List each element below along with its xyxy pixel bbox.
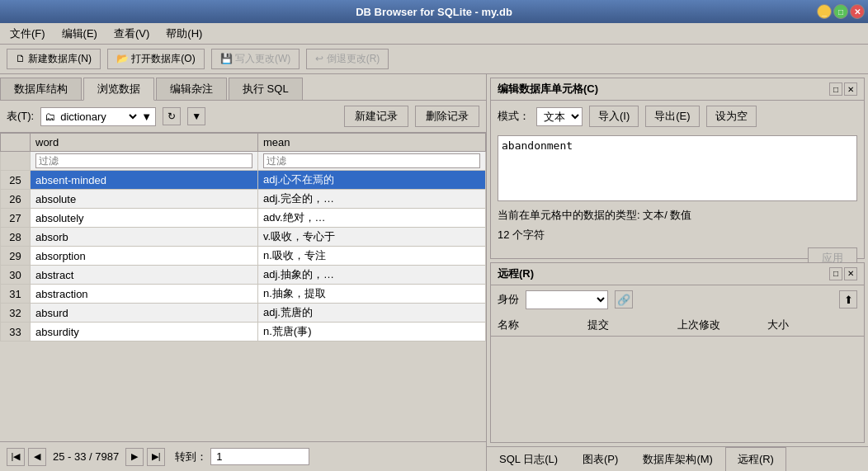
edit-cell-header: 编辑数据库单元格(C) □ ✕ [491, 78, 864, 101]
filter-word-input[interactable] [35, 153, 252, 168]
new-db-button[interactable]: 🗋 新建数据库(N) [7, 49, 101, 69]
filter-mean-input[interactable] [263, 153, 480, 168]
bottom-tab-chart[interactable]: 图表(P) [570, 447, 630, 471]
title-bar: DB Browser for SQLite - my.db _ □ ✕ [0, 0, 868, 23]
remote-table-header: 名称 提交 上次修改 大小 [491, 314, 864, 337]
edit-cell-title: 编辑数据库单元格(C) [498, 82, 598, 97]
delete-record-button[interactable]: 删除记录 [415, 106, 479, 127]
row-num: 31 [1, 285, 31, 304]
remote-col-name: 名称 [498, 318, 587, 332]
row-word: absurdity [31, 323, 258, 341]
row-mean: adj.心不在焉的 [258, 171, 486, 190]
write-changes-button[interactable]: 💾 写入更改(W) [211, 49, 300, 69]
table-row[interactable]: 25absent-mindedadj.心不在焉的 [1, 171, 486, 190]
remote-col-modified: 上次修改 [677, 318, 767, 332]
table-row[interactable]: 27absolutelyadv.绝对，… [1, 209, 486, 228]
toolbar: 🗋 新建数据库(N) 📂 打开数据库(O) 💾 写入更改(W) ↩ 倒退更改(R… [0, 45, 868, 74]
data-table: word mean 25absent-mindedadj.心不在焉的26abso… [0, 133, 486, 341]
row-num: 26 [1, 190, 31, 209]
prev-page-button[interactable]: ◀ [28, 448, 46, 466]
row-num: 25 [1, 171, 31, 190]
tab-execute-sql[interactable]: 执行 SQL [229, 78, 303, 100]
identity-upload-button[interactable]: ⬆ [839, 290, 857, 309]
tab-edit-pragma[interactable]: 编辑杂注 [156, 78, 227, 100]
maximize-button[interactable]: □ [833, 4, 848, 19]
panel-close-button[interactable]: ✕ [844, 82, 857, 96]
panel-close-btns: □ ✕ [829, 82, 857, 96]
remote-table-body [491, 337, 864, 443]
remote-panel: 远程(R) □ ✕ 身份 🔗 ⬆ 名称 提交 上次修改 大小 [490, 262, 865, 444]
row-num: 28 [1, 228, 31, 247]
remote-close-button[interactable]: ✕ [844, 267, 857, 280]
import-button[interactable]: 导入(I) [589, 106, 639, 127]
table-icon: 🗂 [45, 111, 55, 123]
refresh-button[interactable]: ↻ [163, 107, 181, 125]
cell-text-area[interactable]: abandonment [498, 135, 857, 201]
tab-browse-data[interactable]: 浏览数据 [83, 78, 154, 101]
panel-detach-button[interactable]: □ [829, 82, 842, 96]
identity-label: 身份 [498, 292, 519, 307]
mode-select[interactable]: 文本 [536, 107, 583, 126]
menu-help[interactable]: 帮助(H) [159, 25, 209, 43]
menu-view[interactable]: 查看(V) [107, 25, 156, 43]
next-page-button[interactable]: ▶ [125, 448, 144, 466]
tab-db-structure[interactable]: 数据库结构 [0, 78, 82, 100]
bottom-tab-remote[interactable]: 远程(R) [725, 447, 786, 471]
remote-col-commit: 提交 [587, 318, 677, 332]
data-table-wrap: word mean 25absent-mindedadj.心不在焉的26abso… [0, 133, 486, 441]
filter-word-cell [31, 152, 258, 171]
table-row[interactable]: 28absorbv.吸收，专心于 [1, 228, 486, 247]
identity-row: 身份 🔗 ⬆ [491, 285, 864, 314]
page-info: 25 - 33 / 7987 [53, 450, 119, 463]
identity-select[interactable] [526, 290, 608, 309]
row-num: 32 [1, 304, 31, 323]
filter-button[interactable]: ▼ [187, 107, 205, 125]
first-page-button[interactable]: |◀ [7, 448, 25, 466]
remote-detach-button[interactable]: □ [829, 267, 842, 280]
bottom-tab-sql-log[interactable]: SQL 日志(L) [487, 447, 570, 471]
identity-connect-button[interactable]: 🔗 [615, 290, 633, 309]
table-select[interactable]: dictionary [57, 110, 139, 124]
open-db-button[interactable]: 📂 打开数据库(O) [107, 49, 205, 69]
remote-header: 远程(R) □ ✕ [491, 263, 864, 285]
col-mean[interactable]: mean [258, 134, 486, 152]
col-word[interactable]: word [31, 134, 258, 152]
row-num: 29 [1, 247, 31, 266]
pagination: |◀ ◀ 25 - 33 / 7987 ▶ ▶| 转到： [0, 441, 486, 471]
row-mean: adj.荒唐的 [258, 304, 486, 323]
table-row[interactable]: 31abstractionn.抽象，提取 [1, 285, 486, 304]
new-record-button[interactable]: 新建记录 [344, 106, 408, 127]
export-button[interactable]: 导出(E) [645, 106, 699, 127]
col-num [1, 134, 31, 152]
table-row[interactable]: 29absorptionn.吸收，专注 [1, 247, 486, 266]
table-row[interactable]: 33absurdityn.荒唐(事) [1, 323, 486, 341]
row-mean: n.抽象，提取 [258, 285, 486, 304]
table-scroll[interactable]: word mean 25absent-mindedadj.心不在焉的26abso… [0, 133, 486, 441]
window-title: DB Browser for SQLite - my.db [356, 6, 512, 18]
row-word: absolute [31, 190, 258, 209]
bottom-tabs: SQL 日志(L) 图表(P) 数据库架构(M) 远程(R) [487, 446, 868, 471]
minimize-button[interactable]: _ [817, 4, 832, 19]
row-mean: adv.绝对，… [258, 209, 486, 228]
chevron-down-icon: ▼ [141, 111, 152, 123]
menu-file[interactable]: 文件(F) [3, 25, 52, 43]
remote-col-size: 大小 [767, 318, 857, 332]
goto-label: 转到： [175, 450, 207, 464]
row-word: abstraction [31, 285, 258, 304]
table-row[interactable]: 32absurdadj.荒唐的 [1, 304, 486, 323]
row-word: absent-minded [31, 171, 258, 190]
table-row[interactable]: 30abstractadj.抽象的，… [1, 266, 486, 285]
row-word: absorption [31, 247, 258, 266]
last-page-button[interactable]: ▶| [147, 448, 165, 466]
table-row[interactable]: 26absoluteadj.完全的，… [1, 190, 486, 209]
goto-input[interactable] [210, 448, 309, 465]
row-mean: adj.完全的，… [258, 190, 486, 209]
row-word: absurd [31, 304, 258, 323]
revert-button[interactable]: ↩ 倒退更改(R) [306, 49, 389, 69]
close-button[interactable]: ✕ [850, 4, 865, 19]
bottom-tab-db-schema[interactable]: 数据库架构(M) [630, 447, 725, 471]
tab-bar: 数据库结构 浏览数据 编辑杂注 执行 SQL [0, 74, 486, 101]
set-null-button[interactable]: 设为空 [706, 106, 757, 127]
menu-edit[interactable]: 编辑(E) [55, 25, 104, 43]
left-panel: 数据库结构 浏览数据 编辑杂注 执行 SQL 表(T): 🗂 dictionar… [0, 74, 487, 471]
